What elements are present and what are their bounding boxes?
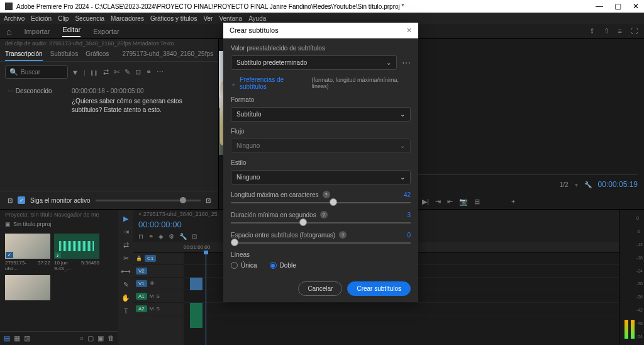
menu-ayuda[interactable]: Ayuda [248, 15, 266, 22]
menu-archivo[interactable]: Archivo [4, 15, 25, 22]
project-tabs[interactable]: Proyecto: Sin título Navegador de me [0, 210, 118, 220]
transcript-row[interactable]: ⋯ Desconocido 00:00:00:18 - 00:00:05:00 … [0, 82, 218, 120]
wrench-tool-icon[interactable]: 🔧 [179, 233, 187, 240]
workspace-editar[interactable]: Editar [62, 26, 80, 37]
search-input[interactable] [21, 69, 58, 76]
share-icon[interactable]: ⇪ [589, 27, 595, 35]
next-icon[interactable]: ▶| [422, 198, 429, 206]
lift-icon[interactable]: ⇥ [435, 198, 441, 206]
pen-tool-icon[interactable]: ✎ [123, 281, 129, 289]
follow-monitor-label: Siga el monitor activo [30, 197, 91, 204]
tab-graficos[interactable]: Gráficos [86, 48, 109, 61]
help-icon[interactable]: ? [323, 191, 330, 198]
menu-edicion[interactable]: Edición [31, 15, 52, 22]
comparison-icon[interactable]: ⊞ [474, 198, 480, 206]
people-icon[interactable]: ⚭ [146, 68, 152, 76]
min-dur-slider[interactable] [231, 222, 411, 223]
formato-select[interactable]: Subtítulo⌄ [231, 107, 411, 122]
gap-slider[interactable] [231, 242, 411, 244]
new-item-icon[interactable]: ▣ [97, 334, 104, 342]
icon-view-icon[interactable]: ▦ [14, 334, 20, 342]
maximize-button[interactable]: ▢ [614, 2, 621, 11]
cc-icon[interactable]: ⊡ [135, 68, 141, 76]
max-chars-slider[interactable] [231, 202, 411, 203]
menu-ventana[interactable]: Ventana [219, 15, 242, 22]
tab-subtitulos[interactable]: Subtítulos [50, 48, 78, 61]
cancel-button[interactable]: Cancelar [298, 281, 342, 296]
gap-value[interactable]: 0 [407, 232, 411, 239]
trim-icon[interactable]: ✄ [114, 68, 119, 76]
export-frame-icon[interactable]: 📷 [459, 198, 468, 206]
help-icon[interactable]: ? [320, 211, 328, 218]
lock-icon[interactable]: 🔒 [136, 256, 142, 261]
menu-ver[interactable]: Ver [203, 15, 213, 22]
close-button[interactable]: ✕ [633, 2, 639, 11]
merge-icon[interactable]: ⇄ [103, 68, 109, 76]
settings-icon[interactable]: ⊡ [206, 197, 211, 204]
trash-icon[interactable]: 🗑 [108, 334, 114, 342]
lines-double-radio[interactable]: Doble [270, 262, 296, 269]
workspace-importar[interactable]: Importar [24, 28, 50, 35]
razor-tool-icon[interactable]: ✂ [123, 254, 129, 263]
wrench-icon[interactable]: 🔧 [584, 181, 592, 188]
cc-track-icon[interactable]: ⊡ [192, 233, 197, 240]
create-button[interactable]: Crear subtítulos [347, 281, 411, 296]
scale-dropdown[interactable]: 1/2 [560, 181, 569, 188]
help-icon[interactable]: ? [339, 231, 347, 239]
ripple-tool-icon[interactable]: ⇄ [123, 241, 129, 249]
marker-tool-icon[interactable]: ◈ [158, 233, 164, 240]
follow-monitor-checkbox[interactable]: ✓ [18, 196, 25, 204]
minimize-button[interactable]: — [596, 2, 603, 11]
min-dur-value[interactable]: 3 [407, 212, 411, 218]
menu-graficos[interactable]: Gráficos y títulos [150, 15, 197, 22]
workspace-exportar[interactable]: Exportar [93, 28, 119, 35]
add-button-icon[interactable]: + [511, 198, 515, 205]
new-bin-icon[interactable]: ▢ [87, 334, 94, 342]
track-v1[interactable]: V1 [136, 280, 147, 287]
workspaces-icon[interactable]: ≡ [618, 27, 622, 35]
preset-more-icon[interactable]: ⋯ [402, 58, 411, 68]
preset-select[interactable]: Subtítulo predeterminado ⌄ [231, 55, 397, 70]
dialog-close-icon[interactable]: ✕ [406, 26, 412, 35]
max-chars-value[interactable]: 42 [404, 191, 411, 198]
track-a1[interactable]: A1 [136, 293, 147, 300]
split-icon[interactable]: ⫿⫿ [91, 69, 98, 76]
snap-icon[interactable]: ⊓ [138, 233, 143, 240]
playhead[interactable] [206, 252, 206, 345]
premiere-logo-icon [5, 3, 13, 10]
filter-icon[interactable]: ▼ [72, 69, 79, 76]
track-select-icon[interactable]: ⇥ [123, 228, 129, 236]
export-icon[interactable]: ⇧ [604, 27, 609, 35]
audio-clip[interactable] [190, 303, 203, 328]
edit-icon[interactable]: ✎ [125, 68, 130, 76]
selection-tool-icon[interactable]: ▶ [123, 215, 128, 223]
video-clip[interactable] [190, 278, 203, 290]
tab-transcripcion[interactable]: Transcripción [5, 48, 43, 61]
project-item[interactable]: ✓ 2795173-uhd...37:22 [5, 234, 50, 271]
estilo-select[interactable]: Ninguno⌄ [231, 170, 411, 184]
transcript-timecode: 00:00:00:18 - 00:00:05:00 [72, 88, 211, 94]
chevron-down-icon: ⌄ [386, 59, 391, 66]
fullscreen-icon[interactable]: ⛶ [631, 27, 638, 35]
menu-clip[interactable]: Clip [58, 15, 69, 22]
zoom-slider-icon[interactable]: ○ [79, 334, 84, 342]
hand-tool-icon[interactable]: ✋ [121, 294, 130, 302]
more-icon[interactable]: ⋯ [157, 68, 164, 76]
slip-tool-icon[interactable]: ⟷ [121, 268, 131, 276]
list-view-icon[interactable]: ▤ [4, 334, 10, 342]
lines-single-radio[interactable]: Única [231, 262, 257, 269]
settings-tool-icon[interactable]: ⚙ [169, 233, 174, 240]
home-icon[interactable]: ⌂ [6, 26, 11, 37]
zoom-slider[interactable] [96, 200, 201, 201]
tools-panel: ▶ ⇥ ⇄ ✂ ⟷ ✎ ✋ T [118, 210, 133, 345]
type-tool-icon[interactable]: T [124, 307, 128, 315]
prefs-toggle[interactable]: ⌄ Preferencias de subtítulos (formato, l… [231, 76, 411, 90]
project-item[interactable] [5, 275, 50, 300]
extract-icon[interactable]: ⇤ [447, 198, 453, 206]
project-item[interactable]: ♪ 10 jun 9.43_...5:36480 [54, 234, 99, 271]
menu-marcadores[interactable]: Marcadores [111, 15, 144, 22]
freeform-icon[interactable]: ▧ [24, 334, 30, 342]
menu-secuencia[interactable]: Secuencia [75, 15, 104, 22]
linked-icon[interactable]: ⚭ [148, 233, 153, 240]
search-box[interactable]: 🔍 [5, 65, 68, 79]
